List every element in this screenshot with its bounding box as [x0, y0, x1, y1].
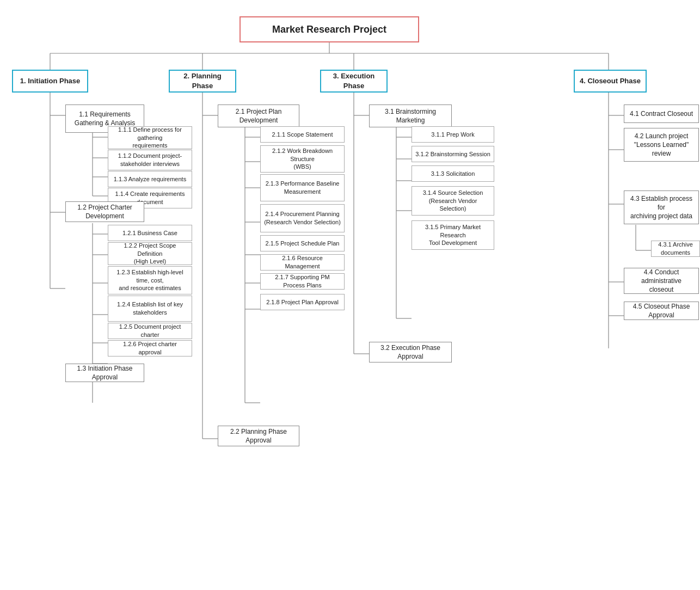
phase-3-header: 3. Execution Phase — [320, 70, 388, 93]
node-4-2: 4.2 Launch project "Lessons Learned" rev… — [624, 128, 699, 162]
phase-1-header: 1. Initiation Phase — [12, 70, 88, 93]
node-2-1-6: 2.1.6 Resource Management — [260, 254, 345, 271]
wbs-canvas: Market Research Project 1. Initiation Ph… — [5, 11, 691, 566]
node-1-2-2: 1.2.2 Project Scope Definition (High Lev… — [108, 242, 192, 265]
node-1-2-6: 1.2.6 Project charter approval — [108, 340, 192, 357]
node-4-3: 4.3 Establish process for archiving proj… — [624, 190, 699, 224]
node-1-3: 1.3 Initiation Phase Approval — [65, 364, 144, 382]
node-2-1-5: 2.1.5 Project Schedule Plan — [260, 235, 345, 251]
node-1-1-2: 1.1.2 Document project- stakeholder inte… — [108, 150, 192, 170]
phase-2-header: 2. Planning Phase — [169, 70, 236, 93]
node-2-1-7: 2.1.7 Supporting PM Process Plans — [260, 273, 345, 290]
node-3-1-5: 3.1.5 Primary Market Research Tool Devel… — [412, 220, 494, 250]
node-1-2-1: 1.2.1 Business Case — [108, 225, 192, 241]
root-node: Market Research Project — [240, 16, 419, 42]
node-4-3-1: 4.3.1 Archive documents — [651, 241, 700, 257]
node-3-1-1: 3.1.1 Prep Work — [412, 126, 494, 143]
node-3-1-4: 3.1.4 Source Selection (Research Vendor … — [412, 186, 494, 216]
node-1-2-4: 1.2.4 Establish list of key stakeholders — [108, 296, 192, 322]
node-4-1: 4.1 Contract Closeout — [624, 105, 699, 123]
node-2-2: 2.2 Planning Phase Approval — [218, 426, 299, 446]
node-2-1-2: 2.1.2 Work Breakdown Structure (WBS) — [260, 145, 345, 173]
node-1-2-3: 1.2.3 Establish high-level time, cost, a… — [108, 266, 192, 294]
node-1-2: 1.2 Project Charter Development — [65, 201, 144, 222]
node-3-1-3: 3.1.3 Solicitation — [412, 165, 494, 182]
node-4-5: 4.5 Closeout Phase Approval — [624, 302, 699, 320]
node-3-2: 3.2 Execution Phase Approval — [369, 342, 452, 362]
node-1-1-3: 1.1.3 Analyze requirements — [108, 171, 192, 187]
wbs-diagram: Market Research Project 1. Initiation Ph… — [0, 0, 700, 577]
node-1-1-1: 1.1.1 Define process for gathering requi… — [108, 126, 192, 149]
node-2-1-1: 2.1.1 Scope Statement — [260, 126, 345, 143]
phase-4-header: 4. Closeout Phase — [574, 70, 647, 93]
node-2-1-4: 2.1.4 Procurement Planning (Research Ven… — [260, 204, 345, 232]
node-1-2-5: 1.2.5 Document project charter — [108, 323, 192, 339]
node-4-4: 4.4 Conduct administrative closeout — [624, 268, 699, 294]
node-2-1-3: 2.1.3 Performance Baseline Measurement — [260, 174, 345, 201]
node-3-1: 3.1 Brainstorming Marketing — [369, 105, 452, 127]
node-3-1-2: 3.1.2 Brainstorming Session — [412, 146, 494, 162]
node-2-1: 2.1 Project Plan Development — [218, 105, 299, 127]
node-2-1-8: 2.1.8 Project Plan Approval — [260, 294, 345, 310]
